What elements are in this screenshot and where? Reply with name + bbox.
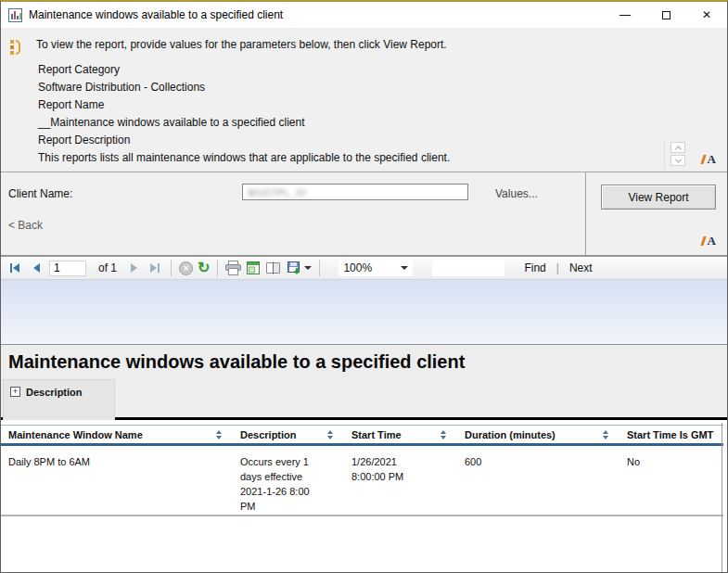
print-layout-button[interactable]: [246, 261, 261, 275]
page-count-label: of 1: [98, 261, 117, 274]
maximize-icon: [662, 11, 671, 19]
page-setup-button[interactable]: [265, 261, 282, 275]
find-button[interactable]: Find: [524, 261, 545, 274]
report-window: Maintenance windows available to a speci…: [0, 0, 728, 573]
toolbar-separator: [319, 260, 320, 276]
report-category-label: Report Category: [38, 61, 727, 79]
zoom-select[interactable]: 100%: [338, 260, 413, 276]
column-header-start-time-is-gmt[interactable]: Start Time Is GMT: [619, 426, 723, 443]
report-icon: [8, 8, 22, 22]
column-label: Start Time: [351, 429, 402, 440]
last-page-icon: [158, 263, 160, 273]
page-number-input[interactable]: [49, 261, 86, 276]
parameters-icon: [9, 39, 22, 56]
description-toggle-label: Description: [26, 387, 83, 398]
cell-maintenance-window-name: Daily 8PM to 6AM: [1, 446, 233, 515]
column-header-duration[interactable]: Duration (minutes): [457, 426, 619, 443]
table-row: Daily 8PM to 6AM Occurs every 1 days eff…: [1, 446, 723, 516]
arrow-left-icon: [33, 263, 40, 273]
page-setup-icon: [265, 261, 282, 275]
parameter-panel: Client Name: WU07PL_0f Values... View Re…: [1, 172, 727, 256]
prompt-panel: To view the report, provide values for t…: [1, 28, 727, 172]
zoom-value: 100%: [343, 261, 372, 274]
report-header: Maintenance windows available to a speci…: [1, 345, 727, 420]
cell-duration: 600: [457, 446, 619, 515]
minimize-button[interactable]: —: [605, 2, 645, 28]
client-name-label: Client Name:: [8, 187, 72, 200]
column-label: Start Time Is GMT: [627, 429, 713, 440]
close-button[interactable]: ✕: [686, 2, 727, 28]
arrow-right-icon: [131, 263, 137, 273]
expand-icon[interactable]: +: [10, 387, 20, 397]
report-table: Maintenance Window Name Description Star…: [1, 425, 723, 516]
description-toggle[interactable]: + Description: [3, 379, 115, 420]
back-link[interactable]: < Back: [8, 219, 43, 232]
column-label: Duration (minutes): [465, 429, 556, 440]
stop-button[interactable]: ✕: [179, 261, 193, 275]
print-layout-icon: [246, 261, 261, 275]
refresh-button[interactable]: ↻: [198, 261, 210, 275]
report-description-label: Report Description: [38, 132, 727, 149]
pin-icon[interactable]: [701, 152, 716, 167]
last-page-button[interactable]: [147, 260, 163, 276]
cell-start-time-is-gmt: No: [619, 446, 723, 515]
export-save-icon: [287, 261, 301, 275]
arrow-right-icon: [150, 263, 157, 273]
values-link[interactable]: Values...: [495, 187, 538, 200]
cell-text: Occurs every 1 days effective 2021-1-26 …: [240, 454, 322, 514]
sort-icon[interactable]: [216, 430, 222, 439]
first-page-button[interactable]: [6, 260, 23, 276]
page-right-edge: [722, 423, 722, 572]
column-label: Maintenance Window Name: [8, 429, 143, 440]
divider: [585, 172, 586, 255]
next-page-button[interactable]: [125, 260, 142, 276]
report-description-value: This reports lists all maintenance windo…: [38, 149, 727, 167]
export-button[interactable]: [287, 261, 312, 275]
window-controls: — ✕: [605, 2, 727, 28]
dropdown-arrow-icon: [304, 266, 312, 270]
window-title: Maintenance windows available to a speci…: [29, 8, 283, 21]
scroll-up-button[interactable]: [671, 142, 685, 153]
printer-icon: [225, 261, 241, 275]
client-name-value: WU07PL_0f: [243, 185, 467, 198]
sort-icon[interactable]: [603, 430, 608, 439]
instruction-text: To view the report, provide values for t…: [36, 38, 447, 52]
client-name-input[interactable]: WU07PL_0f: [242, 184, 468, 200]
sort-icon[interactable]: [441, 430, 446, 439]
divider: [664, 139, 665, 169]
report-name-value: __Maintenance windows available to a spe…: [38, 114, 727, 132]
pin-icon[interactable]: [701, 234, 716, 248]
viewer-blank-area: [1, 280, 727, 345]
find-input[interactable]: [432, 260, 504, 276]
report-name-label: Report Name: [38, 96, 727, 114]
toolbar-separator: [171, 260, 172, 276]
column-header-maintenance-window-name[interactable]: Maintenance Window Name: [1, 426, 233, 443]
viewer-toolbar: of 1 ✕ ↻ 100% Find | Next: [1, 256, 727, 280]
first-page-icon: [10, 263, 12, 273]
report-category-value: Software Distribution - Collections: [38, 79, 727, 96]
column-label: Description: [240, 429, 297, 440]
scroll-spinner: [671, 142, 685, 166]
chevron-down-icon: [674, 156, 681, 162]
table-header-row: Maintenance Window Name Description Star…: [1, 425, 723, 446]
report-title: Maintenance windows available to a speci…: [8, 351, 465, 373]
titlebar: Maintenance windows available to a speci…: [1, 2, 727, 28]
report-body: Maintenance windows available to a speci…: [1, 345, 727, 572]
print-button[interactable]: [225, 261, 241, 275]
view-report-button[interactable]: View Report: [601, 185, 716, 210]
divider: |: [556, 261, 559, 274]
column-header-description[interactable]: Description: [233, 426, 344, 443]
toolbar-separator: [217, 260, 218, 276]
dropdown-arrow-icon: [401, 266, 408, 270]
scroll-down-button[interactable]: [671, 155, 685, 166]
cell-description: Occurs every 1 days effective 2021-1-26 …: [233, 446, 344, 515]
previous-page-button[interactable]: [28, 260, 45, 276]
chevron-up-icon: [674, 146, 681, 152]
cell-start-time: 1/26/2021 8:00:00 PM: [344, 446, 457, 515]
cell-text: 1/26/2021 8:00:00 PM: [351, 454, 411, 484]
column-header-start-time[interactable]: Start Time: [344, 426, 457, 443]
maximize-button[interactable]: [645, 2, 686, 28]
arrow-left-icon: [13, 263, 19, 273]
find-next-button[interactable]: Next: [569, 261, 593, 274]
sort-icon[interactable]: [327, 430, 333, 439]
